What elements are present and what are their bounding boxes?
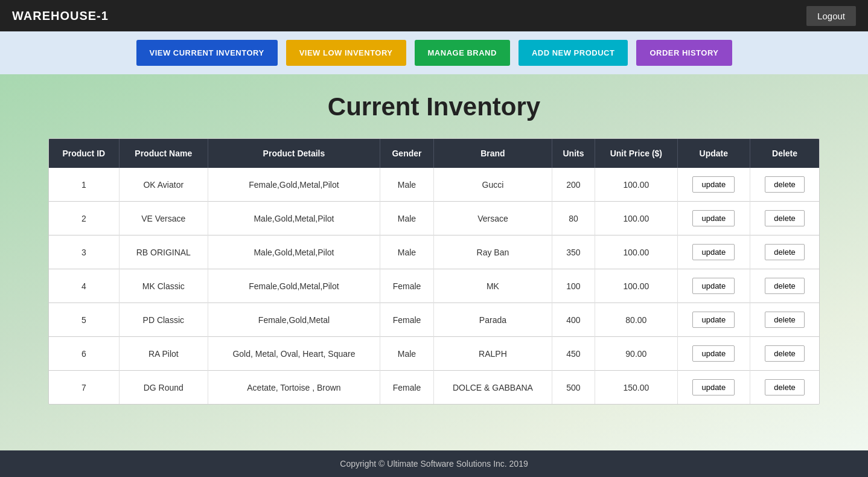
col-header: Units [552,139,595,168]
table-cell: MK Classic [119,269,208,303]
page-title: Current Inventory [48,92,820,121]
table-cell: Male,Gold,Metal,Pilot [208,235,380,269]
table-cell: Gold, Metal, Oval, Heart, Square [208,337,380,371]
nav-bar: VIEW CURRENT INVENTORYVIEW LOW INVENTORY… [0,31,868,74]
update-cell: update [677,269,750,303]
nav-btn-add-new-product[interactable]: ADD NEW PRODUCT [519,40,628,66]
col-header: Brand [433,139,552,168]
table-cell: RA Pilot [119,337,208,371]
table-cell: 100.00 [595,269,678,303]
table-cell: 400 [552,303,595,337]
table-cell: 100.00 [595,202,678,235]
update-cell: update [677,303,750,337]
nav-btn-view-low-inventory[interactable]: VIEW LOW INVENTORY [286,40,406,66]
table-cell: Female,Gold,Metal,Pilot [208,269,380,303]
update-button[interactable]: update [692,278,735,294]
table-cell: Female [380,269,433,303]
delete-cell: delete [750,371,819,405]
table-row: 7DG RoundAcetate, Tortoise , BrownFemale… [49,371,819,405]
main-content: Current Inventory Product IDProduct Name… [0,74,868,450]
table-cell: 100 [552,269,595,303]
table-row: 1OK AviatorFemale,Gold,Metal,PilotMaleGu… [49,168,819,202]
table-cell: PD Classic [119,303,208,337]
delete-cell: delete [750,303,819,337]
update-cell: update [677,202,750,235]
table-cell: 150.00 [595,371,678,405]
delete-cell: delete [750,168,819,202]
update-cell: update [677,371,750,405]
table-cell: Ray Ban [433,235,552,269]
delete-cell: delete [750,202,819,235]
delete-button[interactable]: delete [765,210,804,226]
table-header: Product IDProduct NameProduct DetailsGen… [49,139,819,168]
table-row: 4MK ClassicFemale,Gold,Metal,PilotFemale… [49,269,819,303]
footer: Copyright © Ultimate Software Solutions … [0,450,868,477]
table-cell: DOLCE & GABBANA [433,371,552,405]
update-cell: update [677,337,750,371]
table-cell: Male [380,168,433,202]
inventory-table-wrapper: Product IDProduct NameProduct DetailsGen… [48,138,820,405]
table-cell: 3 [49,235,119,269]
col-header: Gender [380,139,433,168]
table-cell: 80 [552,202,595,235]
col-header: Unit Price ($) [595,139,678,168]
table-body: 1OK AviatorFemale,Gold,Metal,PilotMaleGu… [49,168,819,404]
update-button[interactable]: update [692,379,735,395]
delete-cell: delete [750,235,819,269]
update-button[interactable]: update [692,312,735,328]
nav-btn-order-history[interactable]: ORDER HISTORY [636,40,732,66]
table-cell: 7 [49,371,119,405]
delete-button[interactable]: delete [765,312,804,328]
update-cell: update [677,168,750,202]
table-cell: Parada [433,303,552,337]
logout-button[interactable]: Logout [806,6,856,26]
table-cell: 100.00 [595,235,678,269]
table-cell: MK [433,269,552,303]
col-header: Product Details [208,139,380,168]
col-header: Product Name [119,139,208,168]
table-cell: OK Aviator [119,168,208,202]
nav-btn-manage-brand[interactable]: MANAGE BRAND [415,40,510,66]
table-cell: Male [380,337,433,371]
delete-button[interactable]: delete [765,278,804,294]
table-row: 3RB ORIGINALMale,Gold,Metal,PilotMaleRay… [49,235,819,269]
col-header: Delete [750,139,819,168]
delete-button[interactable]: delete [765,176,804,193]
table-cell: 450 [552,337,595,371]
table-row: 6RA PilotGold, Metal, Oval, Heart, Squar… [49,337,819,371]
table-cell: Female [380,303,433,337]
delete-cell: delete [750,269,819,303]
table-cell: 350 [552,235,595,269]
table-cell: VE Versace [119,202,208,235]
table-cell: 5 [49,303,119,337]
footer-text: Copyright © Ultimate Software Solutions … [340,459,528,469]
table-cell: 90.00 [595,337,678,371]
table-cell: Female,Gold,Metal [208,303,380,337]
table-cell: Male [380,202,433,235]
table-cell: 2 [49,202,119,235]
table-cell: RALPH [433,337,552,371]
table-cell: DG Round [119,371,208,405]
table-cell: 80.00 [595,303,678,337]
table-cell: 4 [49,269,119,303]
nav-btn-view-current-inventory[interactable]: VIEW CURRENT INVENTORY [136,40,278,66]
update-button[interactable]: update [692,244,735,260]
table-cell: RB ORIGINAL [119,235,208,269]
delete-button[interactable]: delete [765,379,804,395]
table-cell: Male,Gold,Metal,Pilot [208,202,380,235]
update-button[interactable]: update [692,176,735,193]
table-cell: Gucci [433,168,552,202]
app-title: WAREHOUSE-1 [12,9,109,23]
table-row: 5PD ClassicFemale,Gold,MetalFemaleParada… [49,303,819,337]
update-button[interactable]: update [692,345,735,362]
delete-button[interactable]: delete [765,244,804,260]
table-cell: 1 [49,168,119,202]
table-cell: 6 [49,337,119,371]
update-button[interactable]: update [692,210,735,226]
table-row: 2VE VersaceMale,Gold,Metal,PilotMaleVers… [49,202,819,235]
col-header: Update [677,139,750,168]
delete-button[interactable]: delete [765,345,804,362]
delete-cell: delete [750,337,819,371]
table-cell: 200 [552,168,595,202]
table-cell: Versace [433,202,552,235]
